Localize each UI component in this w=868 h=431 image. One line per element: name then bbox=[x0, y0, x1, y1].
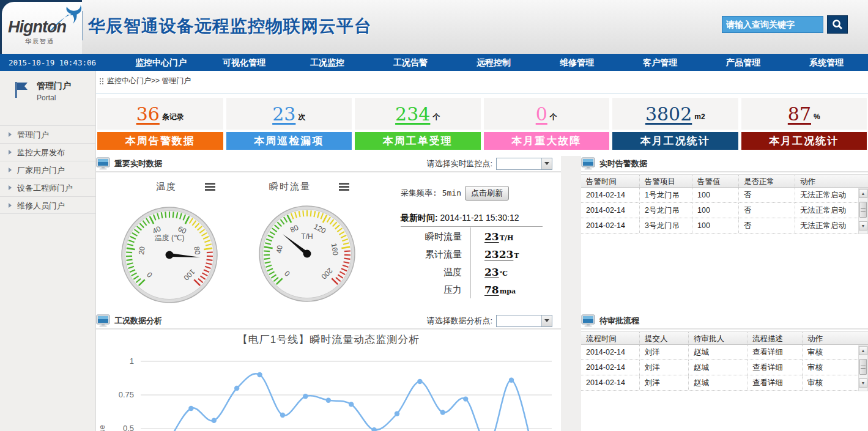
dashboard-page: Hignton 华辰智通 华辰智通设备远程监控物联网云平台 2015-10-19… bbox=[0, 0, 868, 431]
reading-row: 累计流量2323T bbox=[401, 245, 554, 263]
table-row[interactable]: 2014-02-14刘洋赵城查看详细审核 bbox=[581, 360, 868, 375]
sidebar-item-监控大屏发布[interactable]: 监控大屏发布 bbox=[0, 143, 95, 161]
stat-value[interactable]: 23 bbox=[272, 103, 295, 125]
sidebar-item-设备工程师门户[interactable]: 设备工程师门户 bbox=[0, 179, 95, 196]
reading-value[interactable]: 2323T bbox=[471, 248, 519, 260]
table-row[interactable]: 2014-02-143号龙门吊100否无法正常启动 bbox=[581, 218, 868, 234]
scrollbar-thumb[interactable] bbox=[859, 359, 867, 375]
sidebar-item-维修人员门户[interactable]: 维修人员门户 bbox=[0, 196, 95, 214]
stat-banner[interactable]: 本月重大故障 bbox=[484, 132, 610, 150]
gauge2-title-row: 瞬时流量 bbox=[269, 181, 349, 193]
sidebar-item-label: 维修人员门户 bbox=[17, 201, 65, 210]
table-row[interactable]: 2014-02-142号龙门吊100否无法正常启动 bbox=[581, 203, 868, 218]
table-cell: 2号龙门吊 bbox=[640, 203, 692, 218]
panel-gutter bbox=[561, 156, 581, 431]
sidebar-item-label: 设备工程师门户 bbox=[17, 183, 73, 193]
table-cell: 2014-02-14 bbox=[581, 203, 640, 218]
scrollbar-grip-icon bbox=[861, 366, 866, 369]
stat-unit: 次 bbox=[298, 112, 305, 122]
refresh-button[interactable]: 点击刷新 bbox=[465, 186, 509, 201]
table-header-row: 告警时间告警项目告警值是否正常动作 bbox=[581, 174, 868, 188]
column-header: 动作 bbox=[795, 175, 856, 187]
sidebar-item-厂家用户门户[interactable]: 厂家用户门户 bbox=[0, 161, 95, 179]
stat-banner[interactable]: 本月工况统计 bbox=[612, 132, 738, 150]
scroll-up-icon[interactable]: ▲ bbox=[859, 346, 867, 355]
table-cell: 刘洋 bbox=[640, 345, 689, 359]
table-scrollbar[interactable]: ▲▼ bbox=[858, 345, 868, 391]
monitor-icon bbox=[581, 314, 596, 327]
reading-label: 瞬时流量 bbox=[401, 227, 471, 245]
monitor-point-select[interactable] bbox=[496, 158, 552, 170]
gauge2-menu-icon[interactable] bbox=[339, 183, 349, 191]
analysis-point-select[interactable] bbox=[496, 315, 552, 327]
site-title: 华辰智通设备远程监控物联网云平台 bbox=[88, 15, 372, 38]
nav-item-维修管理[interactable]: 维修管理 bbox=[535, 54, 618, 71]
latest-time-label: 最新时间: bbox=[401, 213, 438, 223]
flow-line-chart: 10.750.5value bbox=[96, 346, 561, 431]
search-input[interactable] bbox=[722, 16, 823, 33]
nav-item-可视化管理[interactable]: 可视化管理 bbox=[202, 54, 286, 71]
scroll-down-icon[interactable]: ▼ bbox=[859, 378, 867, 388]
stat-value[interactable]: 3802 bbox=[645, 103, 692, 125]
nav-item-客户管理[interactable]: 客户管理 bbox=[618, 54, 702, 71]
stat-value[interactable]: 87 bbox=[788, 103, 811, 125]
stats-row: 36条记录本周告警数据23次本周巡检漏项234个本周工单受理0个本月重大故障38… bbox=[97, 98, 867, 150]
stat-card-3: 0个本月重大故障 bbox=[484, 98, 610, 150]
latest-time-row: 最新时间: 2014-11-21 15:30:12 bbox=[401, 213, 519, 224]
stat-banner[interactable]: 本月工况统计 bbox=[741, 132, 867, 150]
nav-item-工况告警[interactable]: 工况告警 bbox=[369, 54, 452, 71]
scroll-down-icon[interactable]: ▼ bbox=[859, 221, 867, 230]
search-button[interactable] bbox=[827, 15, 848, 34]
realtime-panel-header: 重要实时数据 请选择实时监控点: bbox=[96, 156, 561, 172]
column-header: 告警项目 bbox=[640, 175, 692, 187]
nav-item-系统管理[interactable]: 系统管理 bbox=[785, 54, 868, 71]
table-scrollbar[interactable]: ▲▼ bbox=[858, 188, 868, 234]
table-cell: 100 bbox=[692, 203, 739, 218]
stat-card-0: 36条记录本周告警数据 bbox=[97, 98, 223, 150]
analysis-select-label: 请选择数据分析点: bbox=[426, 315, 492, 326]
latest-time-value: 2014-11-21 15:30:12 bbox=[440, 213, 519, 223]
stat-value[interactable]: 234 bbox=[395, 103, 430, 125]
reading-value[interactable]: 23T/H bbox=[471, 230, 513, 243]
gauge1-menu-icon[interactable] bbox=[205, 183, 215, 191]
nav-item-工况监控[interactable]: 工况监控 bbox=[286, 54, 369, 71]
reading-label: 温度 bbox=[401, 263, 471, 281]
nav-item-产品管理[interactable]: 产品管理 bbox=[702, 54, 785, 71]
sidebar-arrow-icon bbox=[9, 168, 12, 172]
stat-value[interactable]: 0 bbox=[536, 103, 547, 125]
stat-banner[interactable]: 本周告警数据 bbox=[97, 132, 223, 150]
gauge1-title-row: 温度 bbox=[156, 181, 215, 193]
sidebar-arrow-icon bbox=[9, 185, 12, 190]
table-row[interactable]: 2014-02-14刘洋赵城查看详细审核 bbox=[581, 375, 868, 391]
table-cell: 查看详细 bbox=[747, 345, 803, 359]
portal-subtitle: Portal bbox=[37, 94, 71, 102]
stat-banner[interactable]: 本周工单受理 bbox=[355, 132, 481, 150]
select-dropdown-arrow-icon[interactable] bbox=[541, 158, 552, 169]
nav-item-监控中心门户[interactable]: 监控中心门户 bbox=[119, 54, 202, 71]
gauge1-title: 温度 bbox=[156, 181, 177, 193]
scrollbar-thumb[interactable] bbox=[859, 202, 867, 218]
logo[interactable]: Hignton 华辰智通 bbox=[2, 2, 82, 54]
svg-text:value: value bbox=[98, 425, 106, 431]
table-row[interactable]: 2014-02-141号龙门吊100否无法正常启动 bbox=[581, 188, 868, 203]
table-row[interactable]: 2014-02-14刘洋赵城查看详细审核 bbox=[581, 345, 868, 360]
select-dropdown-arrow-icon[interactable] bbox=[541, 315, 552, 326]
approval-table: 流程时间提交人待审批人流程描述动作2014-02-14刘洋赵城查看详细审核201… bbox=[581, 331, 868, 391]
analysis-panel-header: 工况数据分析 请选择数据分析点: bbox=[96, 313, 561, 330]
reading-value[interactable]: 78mpa bbox=[471, 284, 516, 296]
sidebar-item-管理门户[interactable]: 管理门户 bbox=[0, 125, 95, 143]
stat-value[interactable]: 36 bbox=[136, 103, 160, 125]
nav-item-远程控制[interactable]: 远程控制 bbox=[452, 54, 535, 71]
reading-unit: ℃ bbox=[500, 270, 508, 278]
latest-time-divider bbox=[401, 226, 543, 227]
stat-unit: 条记录 bbox=[162, 112, 184, 122]
reading-value[interactable]: 23℃ bbox=[471, 266, 508, 278]
table-cell: 查看详细 bbox=[747, 360, 803, 375]
stat-value-box: 0个 bbox=[484, 98, 610, 130]
table-cell: 2014-02-14 bbox=[581, 218, 640, 233]
table-cell: 否 bbox=[739, 203, 795, 218]
svg-text:80: 80 bbox=[192, 246, 202, 256]
portal-header: 管理门户 Portal bbox=[0, 71, 95, 102]
scroll-up-icon[interactable]: ▲ bbox=[859, 189, 867, 198]
stat-banner[interactable]: 本周巡检漏项 bbox=[226, 132, 352, 150]
